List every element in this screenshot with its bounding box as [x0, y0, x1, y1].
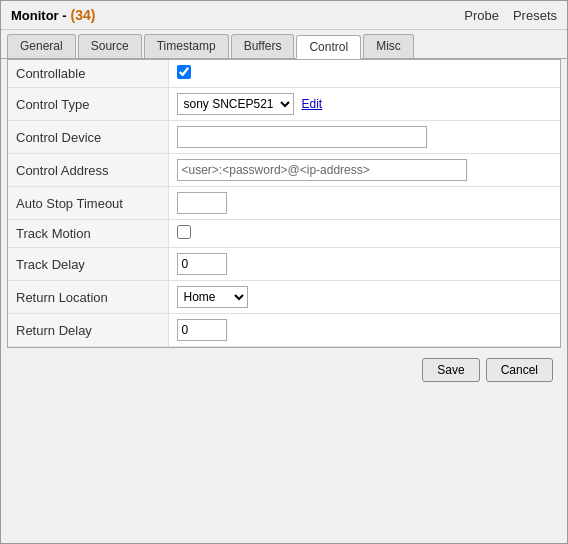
tab-misc[interactable]: Misc [363, 34, 414, 58]
control-type-select[interactable]: sony SNCEP521 Generic PTZ Pelco-D Pelco-… [177, 93, 294, 115]
tab-buffers[interactable]: Buffers [231, 34, 295, 58]
row-return-delay: Return Delay [8, 314, 560, 347]
row-control-type: Control Type sony SNCEP521 Generic PTZ P… [8, 88, 560, 121]
controllable-checkbox[interactable] [177, 65, 191, 79]
label-track-delay: Track Delay [8, 248, 168, 281]
tabs-bar: General Source Timestamp Buffers Control… [1, 30, 567, 59]
label-control-device: Control Device [8, 121, 168, 154]
probe-link[interactable]: Probe [464, 8, 499, 23]
row-control-device: Control Device [8, 121, 560, 154]
window-count: (34) [70, 7, 95, 23]
window-title: Monitor - [11, 8, 67, 23]
tab-content: Controllable Control Type sony SNCEP521 … [7, 59, 561, 348]
row-track-motion: Track Motion [8, 220, 560, 248]
row-controllable: Controllable [8, 60, 560, 88]
label-track-motion: Track Motion [8, 220, 168, 248]
label-auto-stop: Auto Stop Timeout [8, 187, 168, 220]
label-return-delay: Return Delay [8, 314, 168, 347]
label-controllable: Controllable [8, 60, 168, 88]
return-delay-input[interactable] [177, 319, 227, 341]
tab-timestamp[interactable]: Timestamp [144, 34, 229, 58]
auto-stop-input[interactable] [177, 192, 227, 214]
return-location-select[interactable]: Home Preset 1 Preset 2 None [177, 286, 248, 308]
track-motion-checkbox[interactable] [177, 225, 191, 239]
row-track-delay: Track Delay [8, 248, 560, 281]
label-control-address: Control Address [8, 154, 168, 187]
label-control-type: Control Type [8, 88, 168, 121]
save-button[interactable]: Save [422, 358, 479, 382]
window: Monitor - (34) Probe Presets General Sou… [0, 0, 568, 544]
buttons-area: Save Cancel [1, 348, 567, 392]
row-return-location: Return Location Home Preset 1 Preset 2 N… [8, 281, 560, 314]
form-table: Controllable Control Type sony SNCEP521 … [8, 60, 560, 347]
row-control-address: Control Address [8, 154, 560, 187]
presets-link[interactable]: Presets [513, 8, 557, 23]
row-auto-stop: Auto Stop Timeout [8, 187, 560, 220]
tab-control[interactable]: Control [296, 35, 361, 59]
label-return-location: Return Location [8, 281, 168, 314]
control-device-input[interactable] [177, 126, 427, 148]
tab-source[interactable]: Source [78, 34, 142, 58]
cancel-button[interactable]: Cancel [486, 358, 553, 382]
titlebar: Monitor - (34) Probe Presets [1, 1, 567, 30]
tab-general[interactable]: General [7, 34, 76, 58]
control-address-input[interactable] [177, 159, 467, 181]
track-delay-input[interactable] [177, 253, 227, 275]
edit-link[interactable]: Edit [302, 97, 323, 111]
